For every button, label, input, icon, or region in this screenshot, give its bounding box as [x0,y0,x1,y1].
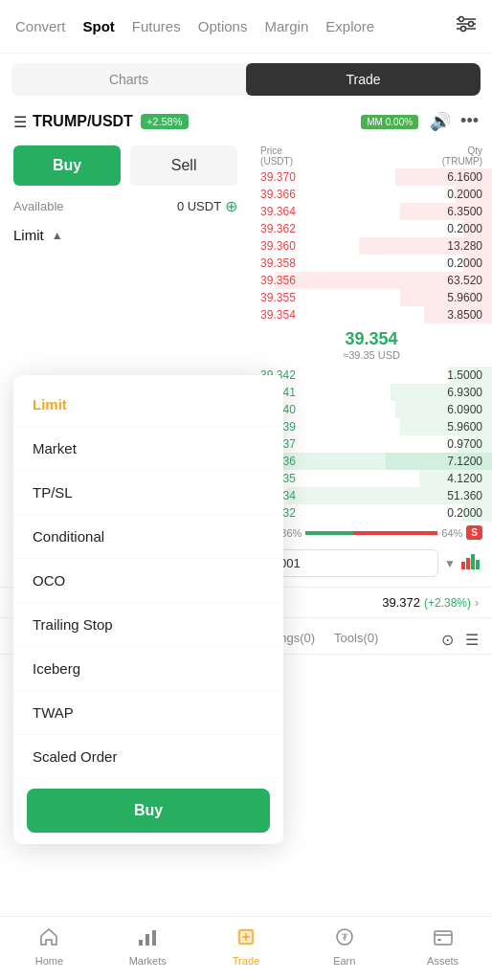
order-type-dropdown: Limit Market TP/SL Conditional OCO Trail… [13,375,283,844]
add-funds-icon[interactable]: ⊕ [225,197,237,215]
table-row: 39.342 1.5000 [251,367,492,384]
pair-change-badge: +2.58% [141,114,189,129]
svg-rect-11 [471,554,475,569]
nav-markets[interactable]: Markets [123,926,171,967]
table-row: 39.332 0.2000 [251,504,492,522]
table-row: 39.334 51.360 [251,487,492,504]
nav-home[interactable]: Home [25,926,73,967]
nav-convert[interactable]: Convert [15,18,66,34]
qty-header: Qty(TRUMP) [442,145,482,167]
nav-earn[interactable]: ₮ Earn [321,926,369,967]
mid-price: 39.354 ≈39.35 USD [251,323,492,367]
table-row: 39.355 5.9600 [251,289,492,306]
nav-futures[interactable]: Futures [132,18,181,34]
left-panel: Buy Sell Available 0 USDT ⊕ Limit ▲ Limi… [0,138,251,587]
list-icon[interactable]: ☰ [465,631,479,649]
table-row: 39.340 6.0900 [251,401,492,418]
dropdown-item-oco[interactable]: OCO [13,559,283,603]
available-value: 0 USDT [177,199,221,213]
dropdown-arrow-icon: ▲ [52,229,63,242]
main-tabs: Charts Trade [11,63,481,96]
svg-rect-25 [152,930,156,946]
pair-menu-icon[interactable]: ☰ [13,113,27,131]
chart-type-toggle[interactable] [461,552,482,574]
available-row: Available 0 USDT ⊕ [0,193,251,221]
svg-rect-23 [139,940,143,946]
dropdown-item-twap[interactable]: TWAP [13,691,283,735]
settings-icon[interactable] [456,13,477,39]
dropdown-item-iceberg[interactable]: Iceberg [13,647,283,691]
sell-spread-badge: S [466,525,482,540]
nav-markets-label: Markets [129,955,167,967]
table-row: 39.366 0.2000 [251,186,492,203]
table-row: 39.362 0.2000 [251,220,492,237]
svg-rect-9 [461,562,465,569]
nav-trade-label: Trade [233,955,259,967]
ticker-expand-icon[interactable]: › [475,596,479,610]
ticker-price: 39.372 [382,595,420,610]
dropdown-item-tpsl[interactable]: TP/SL [13,471,283,515]
table-row: 39.335 4.1200 [251,470,492,487]
order-type-row: Limit ▲ [0,221,251,249]
available-label: Available [13,199,64,213]
svg-rect-24 [145,934,149,946]
table-row: 39.337 0.9700 [251,435,492,453]
nav-options[interactable]: Options [198,18,248,34]
nav-assets[interactable]: Assets [419,926,467,967]
nav-margin[interactable]: Margin [264,18,308,34]
table-row: 39.358 0.2000 [251,255,492,272]
buy-button[interactable]: Buy [13,145,121,186]
dropdown-item-market[interactable]: Market [13,427,283,471]
table-row: 39.370 6.1600 [251,168,492,186]
nav-spot[interactable]: Spot [83,18,115,34]
nav-home-label: Home [35,955,63,967]
earn-icon: ₮ [334,926,355,952]
nav-earn-label: Earn [333,955,355,967]
tab-trade[interactable]: Trade [246,63,481,96]
tab-charts[interactable]: Charts [11,63,246,96]
order-type-label: Limit [13,227,44,243]
table-row: 39.364 6.3500 [251,203,492,220]
sell-orders: 39.370 6.1600 39.366 0.2000 39.364 6.350… [251,168,492,323]
bottom-nav: Home Markets Trade ₮ [0,916,492,980]
mid-price-usd: ≈39.35 USD [260,349,482,361]
svg-rect-32 [435,931,452,945]
svg-rect-12 [476,560,480,569]
pair-header: ☰ TRUMP/USDT +2.58% MM 0.00% 🔊 ••• [0,105,492,138]
svg-text:₮: ₮ [342,932,348,943]
table-row: 39.360 13.280 [251,237,492,255]
dropdown-item-conditional[interactable]: Conditional [13,515,283,559]
nav-trade[interactable]: Trade [222,926,270,967]
order-type-select[interactable]: Limit ▲ [13,227,63,243]
table-row: 39.356 63.520 [251,272,492,289]
markets-icon [137,926,158,952]
assets-icon [433,926,454,952]
table-row: 39.341 6.9300 [251,384,492,401]
qty-input[interactable] [260,549,438,577]
svg-rect-10 [466,558,470,569]
dropdown-item-limit[interactable]: Limit [13,383,283,427]
buy-sell-row: Buy Sell [0,138,251,193]
qty-dropdown-arrow[interactable]: ▼ [444,557,456,570]
nav-explore[interactable]: Explore [325,18,374,34]
svg-rect-33 [437,939,441,941]
dropdown-item-trailing-stop[interactable]: Trailing Stop [13,603,283,647]
spread-bar-visual [305,531,437,535]
sell-button[interactable]: Sell [130,145,237,186]
pair-name[interactable]: TRUMP/USDT [33,113,133,130]
tab-tools[interactable]: Tools(0) [326,627,386,653]
svg-point-0 [459,17,464,22]
top-nav: Convert Spot Futures Options Margin Expl… [0,0,492,54]
target-icon[interactable]: ⊙ [441,631,454,649]
mm-badge: MM 0.00% [361,115,418,129]
price-header: Price(USDT) [260,145,293,167]
ticker-change: (+2.38%) [424,596,471,610]
home-icon [38,926,59,952]
qty-row: ▼ [251,544,492,583]
volume-icon[interactable]: 🔊 [430,111,451,132]
orderbook-header: Price(USDT) Qty(TRUMP) [251,142,492,168]
svg-point-2 [461,27,466,32]
dropdown-item-scaled-order[interactable]: Scaled Order [13,735,283,779]
dropdown-buy-button[interactable]: Buy [27,789,270,833]
more-icon[interactable]: ••• [460,111,479,132]
